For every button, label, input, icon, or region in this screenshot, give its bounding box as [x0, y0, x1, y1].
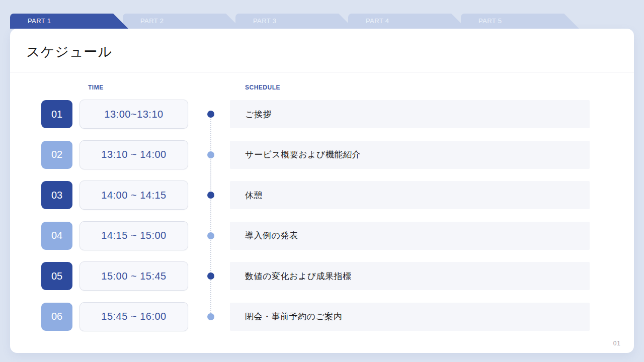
tab-part-1[interactable]: PART 1 [10, 14, 128, 29]
timeline-dot [207, 232, 214, 239]
tab-part-2[interactable]: PART 2 [123, 14, 241, 29]
row-schedule-item: 数値の変化および成果指標 [230, 262, 590, 290]
title-divider [10, 72, 634, 72]
time-column-header: TIME [88, 84, 104, 91]
page-title: スケジュール [26, 43, 112, 61]
row-schedule-item: 閉会・事前予約のご案内 [230, 303, 590, 331]
tab-part-5[interactable]: PART 5 [461, 14, 579, 29]
row-number-badge: 02 [41, 141, 72, 169]
tab-part-4[interactable]: PART 4 [348, 14, 466, 29]
row-schedule-item: 休憩 [230, 181, 590, 209]
row-number-badge: 04 [41, 222, 72, 250]
timeline-line [210, 115, 211, 315]
row-time: 13:10 ~ 14:00 [79, 140, 188, 169]
row-time: 14:15 ~ 15:00 [79, 221, 188, 250]
row-time: 15:00 ~ 15:45 [79, 261, 188, 291]
row-number-badge: 03 [41, 181, 72, 209]
row-time: 15:45 ~ 16:00 [79, 302, 188, 331]
schedule-column-header: SCHEDULE [245, 84, 280, 91]
row-number-badge: 01 [41, 100, 72, 128]
row-schedule-item: 導入例の発表 [230, 222, 590, 250]
row-time: 14:00 ~ 14:15 [79, 180, 188, 210]
row-schedule-item: サービス概要および機能紹介 [230, 141, 590, 169]
row-schedule-item: ご挨拶 [230, 100, 590, 128]
timeline-dot [207, 151, 214, 158]
row-time: 13:00~13:10 [79, 100, 188, 129]
slide-card: スケジュール TIME SCHEDULE 0113:00~13:10ご挨拶021… [10, 29, 634, 353]
timeline-dot [207, 313, 214, 320]
page-number: 01 [613, 340, 621, 347]
timeline-dot [207, 111, 214, 118]
tab-part-3[interactable]: PART 3 [235, 14, 354, 29]
timeline-dot [207, 192, 214, 199]
timeline-dot [207, 273, 214, 280]
row-number-badge: 05 [41, 262, 72, 290]
row-number-badge: 06 [41, 303, 72, 331]
